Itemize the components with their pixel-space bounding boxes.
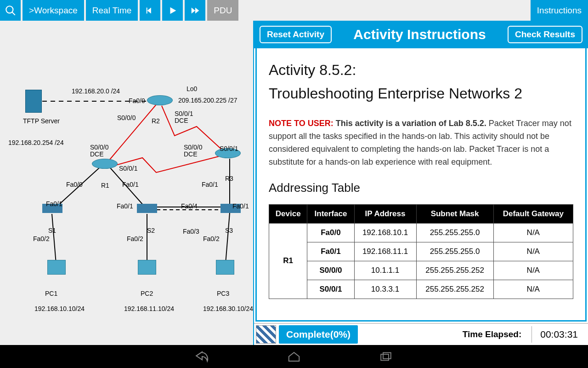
s3-fa03: Fa0/3	[183, 228, 199, 235]
lo0-ip: 209.165.200.225 /27	[178, 97, 237, 104]
instructions-panel: Reset Activity Activity Instructions Che…	[254, 21, 588, 345]
pc1-ip: 192.168.10.10/24	[34, 305, 85, 312]
pc1-label: PC1	[45, 290, 57, 297]
svg-rect-1	[147, 7, 147, 13]
r1-s001: S0/0/1	[119, 165, 137, 172]
pc3-icon[interactable]	[216, 260, 234, 275]
addressing-table: DeviceInterfaceIP AddressSubnet MaskDefa…	[269, 204, 573, 299]
fast-forward-icon[interactable]	[185, 0, 205, 21]
instructions-content[interactable]: Activity 8.5.2: Troubleshooting Enterpri…	[255, 48, 587, 322]
r1-label: R1	[101, 182, 109, 189]
s3-label: S3	[225, 227, 233, 234]
activity-title: Activity 8.5.2: Troubleshooting Enterpri…	[269, 58, 573, 105]
tftp-label: TFTP Server	[23, 117, 51, 125]
table-header: IP Address	[354, 204, 416, 223]
check-results-button[interactable]: Check Results	[508, 26, 582, 43]
reset-activity-button[interactable]: Reset Activity	[260, 26, 332, 43]
s3-fa02: Fa0/2	[203, 235, 220, 242]
android-navbar	[0, 345, 588, 368]
s1-fa01: Fa0/1	[46, 200, 62, 207]
realtime-button[interactable]: Real Time	[86, 0, 138, 21]
tftp-server-icon[interactable]	[25, 90, 42, 113]
tftp-ip: 192.168.20.254 /24	[8, 139, 64, 146]
r2-label: R2	[152, 117, 160, 125]
table-row: Fa0/1192.168.11.1255.255.255.0N/A	[269, 242, 573, 261]
pc3-label: PC3	[217, 290, 229, 297]
r3-fa01: Fa0/1	[202, 181, 218, 188]
table-header: Default Gateway	[493, 204, 573, 223]
instructions-button[interactable]: Instructions	[531, 0, 588, 21]
table-header: Device	[269, 204, 307, 223]
pc2-icon[interactable]	[138, 260, 156, 275]
pc1-icon[interactable]	[47, 260, 66, 275]
s1-fa02: Fa0/2	[33, 235, 50, 242]
table-row: S0/0/010.1.1.1255.255.255.252N/A	[269, 261, 573, 280]
addressing-heading: Addressing Table	[269, 181, 573, 195]
topology-canvas[interactable]: TFTP Server 192.168.20.254 /24 192.168.2…	[0, 21, 254, 345]
r3-s000dce: S0/0/0DCE	[184, 144, 202, 158]
magnify-icon[interactable]	[0, 0, 21, 21]
r1-fa01: Fa0/1	[122, 181, 139, 188]
s2-fa01: Fa0/1	[117, 202, 133, 210]
back-icon[interactable]	[193, 350, 211, 363]
home-icon[interactable]	[285, 350, 303, 363]
s2-fa04: Fa0/4	[181, 202, 198, 210]
net-label: 192.168.20.0 /24	[72, 87, 120, 95]
workspace-button[interactable]: >Workspace	[23, 0, 84, 21]
switch-s2-icon[interactable]	[137, 204, 157, 213]
table-row: R1Fa0/0192.168.10.1255.255.255.0N/A	[269, 223, 573, 242]
panel-footer: Complete(0%) Time Elapsed: 00:03:31	[254, 323, 588, 345]
table-header: Subnet Mask	[416, 204, 493, 223]
time-elapsed-label: Time Elapsed:	[455, 329, 529, 339]
pdu-button[interactable]: PDU	[207, 0, 238, 21]
r2-s000: S0/0/0	[117, 114, 136, 121]
lo0-label: Lo0	[187, 85, 197, 92]
r2-s001dce: S0/0/1DCE	[175, 110, 193, 125]
svg-rect-12	[381, 354, 389, 360]
s2-fa02: Fa0/2	[127, 235, 143, 242]
step-back-icon[interactable]	[140, 0, 160, 21]
complete-button[interactable]: Complete(0%)	[279, 325, 358, 344]
svg-point-0	[6, 6, 13, 13]
r1-s000dce: S0/0/0DCE	[90, 144, 108, 158]
router-r1-icon[interactable]	[92, 159, 118, 169]
s1-label: S1	[48, 227, 56, 234]
table-row: S0/0/110.3.3.1255.255.255.252N/A	[269, 280, 573, 299]
s3-fa01: Fa0/1	[232, 202, 249, 210]
play-icon[interactable]	[162, 0, 183, 21]
fa00-label: Fa0/0	[129, 97, 145, 104]
svg-line-3	[107, 104, 157, 163]
top-toolbar: >Workspace Real Time PDU Instructions	[0, 0, 588, 21]
router-r2-icon[interactable]	[147, 95, 173, 105]
expand-icon[interactable]	[256, 325, 276, 344]
r3-s001: S0/0/1	[220, 145, 238, 152]
r1-fa00: Fa0/0	[66, 181, 83, 188]
pc2-ip: 192.168.11.10/24	[124, 305, 174, 312]
pc3-ip: 192.168.30.10/24	[203, 305, 253, 312]
pc2-label: PC2	[141, 290, 153, 297]
panel-title: Activity Instructions	[336, 27, 503, 42]
svg-rect-13	[383, 353, 391, 359]
note-text: NOTE TO USER: This activity is a variati…	[269, 117, 573, 169]
time-elapsed-value: 00:03:31	[531, 326, 586, 343]
r3-label: R3	[225, 175, 233, 182]
s2-label: S2	[147, 227, 155, 234]
table-header: Interface	[307, 204, 354, 223]
recent-icon[interactable]	[377, 350, 395, 363]
